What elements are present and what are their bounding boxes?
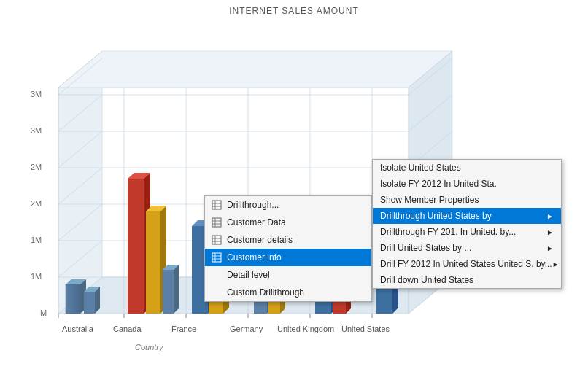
customer-details-icon [211,234,223,246]
svg-text:3M: 3M [31,90,42,98]
menu-label-custom-drillthrough: Custom Drillthrough [227,287,304,298]
svg-marker-1 [58,51,102,314]
drill-us-by-arrow: ► [546,244,554,252]
menu-label-detail-level: Detail level [227,270,270,280]
svg-text:France: France [171,325,196,333]
menu-label-drill-us-by: Drill United States by ... [380,243,471,253]
menu-item-custom-drillthrough[interactable]: Custom Drillthrough [205,284,371,301]
svg-text:Country: Country [135,343,164,351]
svg-text:2M: 2M [31,163,42,171]
menu-item-drillthrough-us-by[interactable]: Drillthrough United States by ► [373,208,561,224]
chart-container: INTERNET SALES AMOUNT [0,0,588,369]
menu-item-show-member[interactable]: Show Member Properties [373,192,561,208]
svg-rect-56 [128,179,144,314]
menu-label-drill-fy-us: Drill FY 2012 In United States United S.… [380,259,552,269]
drillthrough-fy-arrow: ► [546,228,554,236]
menu-label-drillthrough-us-by: Drillthrough United States by [380,211,492,221]
menu-item-drillthrough[interactable]: Drillthrough... [205,196,371,214]
svg-text:1M: 1M [31,272,42,281]
menu-item-drillthrough-fy[interactable]: Drillthrough FY 201. In United. by... ► [373,224,561,240]
menu-label-drillthrough: Drillthrough... [227,200,279,210]
svg-rect-98 [212,253,221,262]
customer-data-icon [211,217,223,228]
svg-rect-94 [212,236,221,244]
svg-text:2M: 2M [31,199,42,208]
drillthrough-us-by-arrow: ► [546,212,554,220]
svg-text:Canada: Canada [113,325,142,333]
customer-info-icon [211,252,223,263]
menu-item-detail-level[interactable]: Detail level [205,266,371,284]
menu-item-isolate-fy[interactable]: Isolate FY 2012 In United Sta. [373,176,561,192]
custom-drillthrough-icon [211,287,223,298]
drill-fy-us-arrow: ► [552,260,560,268]
svg-text:M: M [40,308,47,317]
menu-label-drillthrough-fy: Drillthrough FY 201. In United. by... [380,227,516,237]
menu-item-drill-down-us[interactable]: Drill down United States [373,272,561,288]
menu-label-drill-down-us: Drill down United States [380,275,473,285]
context-menu-left: Drillthrough... Customer Data [204,195,372,302]
menu-label-customer-details: Customer details [227,235,293,245]
svg-rect-59 [146,211,160,314]
menu-label-isolate-fy: Isolate FY 2012 In United Sta. [380,179,497,189]
svg-text:Germany: Germany [230,325,263,333]
menu-item-customer-info[interactable]: Customer info [205,249,371,266]
menu-item-customer-data[interactable]: Customer Data [205,214,371,231]
menu-item-customer-details[interactable]: Customer details [205,231,371,249]
detail-level-icon [211,269,223,281]
svg-text:1M: 1M [31,236,42,244]
menu-label-customer-data: Customer Data [227,217,286,228]
svg-text:United Kingdom: United Kingdom [277,325,334,333]
context-menu-right: Isolate United States Isolate FY 2012 In… [372,159,562,289]
menu-item-isolate-us[interactable]: Isolate United States [373,160,561,176]
menu-item-drill-fy-us[interactable]: Drill FY 2012 In United States United S.… [373,256,561,272]
svg-rect-50 [66,284,80,314]
svg-text:United States: United States [341,325,390,333]
svg-text:3M: 3M [31,126,42,135]
svg-marker-2 [58,51,452,88]
svg-marker-64 [174,265,179,314]
svg-rect-53 [84,292,95,314]
menu-label-customer-info: Customer info [227,252,282,263]
svg-rect-86 [212,201,221,209]
svg-rect-62 [163,270,174,314]
drillthrough-icon [211,199,223,211]
svg-rect-90 [212,218,221,227]
menu-item-drill-us-by[interactable]: Drill United States by ... ► [373,240,561,256]
svg-text:Australia: Australia [62,325,94,333]
menu-label-isolate-us: Isolate United States [380,163,461,173]
menu-label-show-member: Show Member Properties [380,195,479,205]
